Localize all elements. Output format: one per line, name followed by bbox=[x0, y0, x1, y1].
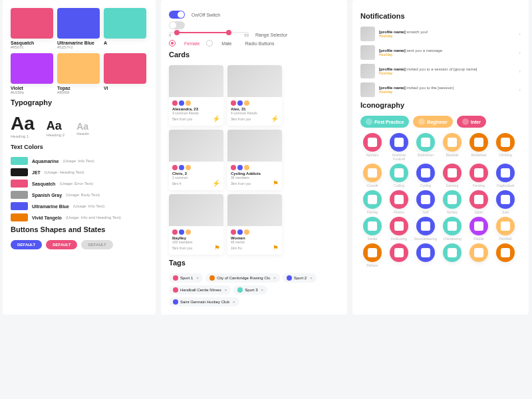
chevron-right-icon: › bbox=[519, 87, 521, 93]
sport-icon-item[interactable]: Crossfit bbox=[360, 164, 384, 188]
sport-icon-item[interactable]: Judo bbox=[493, 190, 517, 214]
switch-on[interactable] bbox=[169, 11, 185, 19]
sport-icon-item[interactable]: Golf bbox=[414, 190, 438, 214]
sport-icon-item[interactable]: Hockey bbox=[440, 190, 464, 214]
buttons-title: Buttons Shapes and States bbox=[11, 225, 148, 233]
tag-chip[interactable]: Handball Cercle Nîmes× bbox=[169, 285, 231, 295]
swatch-vi[interactable]: Vi bbox=[104, 53, 146, 94]
profile-card[interactable]: Chris, 21 common6km fr⚡ bbox=[169, 130, 223, 190]
sport-icon-item[interactable]: Kickboxing bbox=[387, 217, 411, 241]
notification-row[interactable]: [profile name] invited you to the [sessi… bbox=[360, 82, 521, 97]
range-slider[interactable] bbox=[169, 32, 249, 33]
iconography-title: Iconography bbox=[360, 101, 521, 109]
sport-icon-item[interactable]: Karate bbox=[360, 217, 384, 241]
middle-panel: On/Off Switch 050 Range Selector Female … bbox=[161, 0, 347, 315]
sport-icon-item[interactable]: Fishing bbox=[360, 190, 384, 214]
sport-icon-item[interactable] bbox=[414, 243, 438, 267]
sport-icon-item[interactable]: American Football bbox=[387, 133, 411, 161]
sport-icon-item[interactable]: Orienteering bbox=[440, 217, 464, 241]
notification-row[interactable]: [profile name] smatch you!Hour/day› bbox=[360, 27, 521, 41]
sport-icon-item[interactable]: Fitness bbox=[387, 190, 411, 214]
range-label: Range Selector bbox=[255, 33, 287, 37]
sport-icon-item[interactable] bbox=[387, 243, 411, 267]
group-icon: ⚑ bbox=[214, 244, 220, 251]
level-pill[interactable]: First Practice bbox=[360, 116, 409, 128]
swatch-aq[interactable]: A bbox=[104, 8, 146, 49]
text-color-row: Vivid Tangelo(Usage: Info and Heading Te… bbox=[11, 213, 148, 221]
swatch-topaz[interactable]: Topaz#ffbf68 bbox=[57, 53, 100, 94]
button-default-pink[interactable]: DEFAULT bbox=[46, 240, 77, 249]
bolt-icon: ⚡ bbox=[212, 115, 220, 122]
tag-chip[interactable]: Saint Germain Hockey Club× bbox=[169, 297, 239, 307]
swatch-ultramarine[interactable]: Ultramarine Blue#5257F2 bbox=[57, 8, 100, 49]
level-pill[interactable]: Inter bbox=[457, 116, 486, 128]
sport-icon-item[interactable]: Badminton bbox=[414, 133, 438, 161]
switch-off[interactable] bbox=[169, 21, 185, 29]
sport-icon-item[interactable]: Fencing bbox=[467, 164, 491, 188]
sport-icon-item[interactable] bbox=[440, 243, 464, 267]
avatar bbox=[360, 45, 375, 60]
group-icon: ⚑ bbox=[273, 244, 279, 251]
switch-label: On/Off Switch bbox=[192, 13, 220, 17]
tag-chip[interactable]: Sport 2× bbox=[283, 273, 317, 283]
close-icon[interactable]: × bbox=[273, 276, 276, 280]
sport-icon-item[interactable]: Baseball bbox=[440, 133, 464, 161]
sport-icon-item[interactable] bbox=[467, 243, 491, 267]
sport-icon-item[interactable]: Paddle bbox=[467, 217, 491, 241]
tags-list: Sport 1×City of Cambridge Rowing Clu×Spo… bbox=[169, 273, 339, 307]
sport-icon-item[interactable]: Jujitsu bbox=[467, 190, 491, 214]
sport-icon-item[interactable] bbox=[493, 243, 517, 267]
close-icon[interactable]: × bbox=[310, 276, 313, 280]
cards-title: Cards bbox=[169, 51, 339, 59]
text-color-row: JET(Usage: Heading Text) bbox=[11, 168, 148, 176]
left-panel: Sasquatch#ff507c Ultramarine Blue#5257F2… bbox=[3, 0, 156, 315]
close-icon[interactable]: × bbox=[233, 300, 235, 304]
notification-row[interactable]: [profile name] invited you to a session … bbox=[360, 64, 521, 78]
sport-icon-item[interactable]: Curling bbox=[387, 164, 411, 188]
notification-row[interactable]: [profile name] sent you a messageHour/da… bbox=[360, 45, 521, 60]
swatch-sasquatch[interactable]: Sasquatch#ff507c bbox=[11, 8, 53, 49]
radio-label: Radio Buttons bbox=[245, 41, 275, 46]
sport-icon-item[interactable]: Paintball bbox=[493, 217, 517, 241]
text-color-row: Aquamarine(Usage: Info Text) bbox=[11, 157, 148, 165]
level-pill[interactable]: Beginner bbox=[413, 116, 452, 128]
level-pills: First PracticeBeginnerInter bbox=[360, 116, 521, 128]
sport-icon-item[interactable]: Alpinism bbox=[360, 133, 384, 161]
notifications-title: Notifications bbox=[360, 12, 521, 20]
profile-card[interactable]: Baylley100 members5km from you⚑ bbox=[169, 194, 223, 255]
text-colors-title: Text Colors bbox=[11, 144, 148, 150]
profile-card[interactable]: Women45 memb1km fro⚑ bbox=[227, 194, 282, 255]
profile-card[interactable]: Alex, 314 common friends3km from you⚡ bbox=[227, 65, 282, 126]
close-icon[interactable]: × bbox=[196, 276, 199, 280]
typography-samples: AaHeading 1 AaHeading 2 AaHeadin bbox=[11, 113, 148, 138]
bolt-icon: ⚡ bbox=[212, 180, 220, 187]
typography-title: Typography bbox=[11, 98, 148, 106]
text-color-row: Sasquatch(Usage: Error Text) bbox=[11, 180, 148, 188]
color-swatches: Sasquatch#ff507c Ultramarine Blue#5257F2… bbox=[11, 8, 148, 94]
sport-icon-item[interactable]: Climbing bbox=[493, 133, 517, 161]
chevron-right-icon: › bbox=[519, 68, 521, 74]
button-default-blue[interactable]: DEFAULT bbox=[11, 240, 42, 249]
tag-chip[interactable]: Sport 1× bbox=[169, 273, 203, 283]
radio-male[interactable] bbox=[206, 40, 213, 47]
profile-card[interactable]: Cycling Addicts30 members3km from you⚑ bbox=[227, 130, 282, 190]
sport-icon-item[interactable]: Dancing bbox=[440, 164, 464, 188]
text-color-row: Ultramarine Blue(Usage: Info Text) bbox=[11, 202, 148, 210]
close-icon[interactable]: × bbox=[225, 288, 227, 292]
tag-chip[interactable]: City of Cambridge Rowing Clu× bbox=[205, 273, 280, 283]
tag-chip[interactable]: Sport 3× bbox=[233, 285, 267, 295]
button-default-grey[interactable]: DEFAULT bbox=[81, 240, 112, 249]
avatar bbox=[360, 64, 375, 78]
profile-card[interactable]: Alexandra, 233 common friends5km from yo… bbox=[169, 65, 223, 126]
buttons-row: DEFAULT DEFAULT DEFAULT bbox=[11, 240, 148, 249]
sport-icon-item[interactable]: Mountaineering bbox=[414, 217, 438, 241]
chevron-right-icon: › bbox=[519, 50, 521, 56]
group-icon: ⚑ bbox=[273, 180, 279, 187]
sport-icon-item[interactable]: Cycling bbox=[414, 164, 438, 188]
close-icon[interactable]: × bbox=[261, 288, 264, 292]
swatch-violet[interactable]: Violet#b53ffa bbox=[11, 53, 53, 94]
sport-icon-item[interactable]: Flagfootball bbox=[493, 164, 517, 188]
sport-icon-item[interactable]: Parkour bbox=[360, 243, 384, 267]
radio-female[interactable] bbox=[169, 40, 176, 47]
sport-icon-item[interactable]: Basketball bbox=[467, 133, 491, 161]
